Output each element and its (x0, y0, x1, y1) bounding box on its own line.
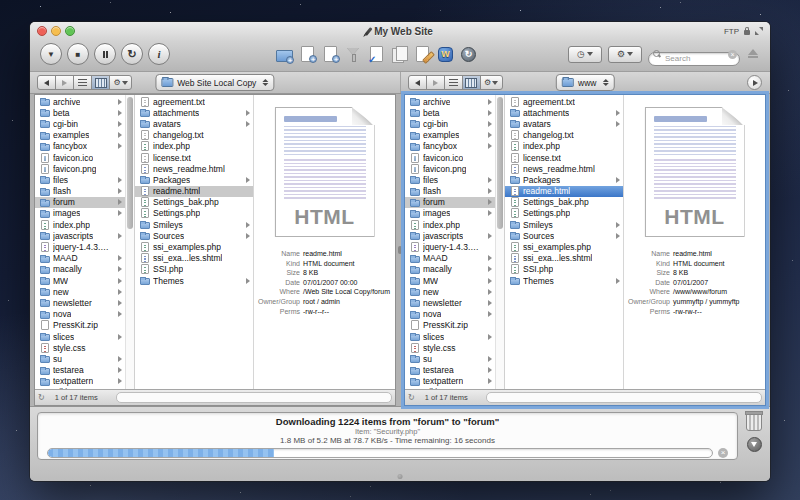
file-row[interactable]: textpattern (405, 376, 495, 387)
file-row[interactable]: avatars (135, 118, 253, 129)
file-row[interactable]: license.txt (135, 152, 253, 163)
file-row[interactable]: avatars (505, 118, 623, 129)
file-row[interactable]: SSI.php (505, 264, 623, 275)
pause-button[interactable] (94, 43, 116, 65)
file-row[interactable]: Settings.php (135, 208, 253, 219)
file-row[interactable]: wiki (35, 387, 125, 389)
forward-button[interactable] (426, 75, 445, 90)
fullscreen-resize-icon[interactable] (755, 27, 763, 35)
local-path-popup[interactable]: Web Site Local Copy (155, 74, 274, 91)
remote-path-popup[interactable]: www (556, 74, 614, 91)
file-row[interactable]: style.css (405, 342, 495, 353)
view-action-button[interactable]: ⚙ (109, 75, 132, 90)
file-row[interactable]: PressKit.zip (405, 320, 495, 331)
file-row[interactable]: news_readme.html (135, 163, 253, 174)
file-row[interactable]: files (405, 174, 495, 185)
resize-grip[interactable] (398, 474, 403, 479)
file-row[interactable]: MW (35, 275, 125, 286)
file-row[interactable]: Settings.php (505, 208, 623, 219)
file-row[interactable]: files (35, 174, 125, 185)
file-row[interactable]: PressKit.zip (35, 320, 125, 331)
file-row[interactable]: changelog.txt (505, 130, 623, 141)
file-row[interactable]: Settings_bak.php (505, 197, 623, 208)
file-row[interactable]: textpattern (35, 376, 125, 387)
filter-icon[interactable] (345, 46, 362, 63)
zoom-window-button[interactable] (65, 26, 75, 36)
file-row[interactable]: new (405, 286, 495, 297)
search-input[interactable] (648, 52, 740, 66)
file-row[interactable]: SSI.php (135, 264, 253, 275)
file-row[interactable]: ssi_examples.php (505, 241, 623, 252)
column-view-button[interactable] (462, 75, 481, 90)
file-row[interactable]: beta (405, 107, 495, 118)
close-window-button[interactable] (37, 26, 47, 36)
file-row[interactable]: testarea (35, 365, 125, 376)
cancel-transfer-icon[interactable]: × (718, 448, 728, 458)
file-row[interactable]: agreement.txt (505, 96, 623, 107)
file-row[interactable]: Sources (505, 230, 623, 241)
file-row[interactable]: macally (405, 264, 495, 275)
view-action-button[interactable]: ⚙ (480, 75, 503, 90)
duplicate-file-icon[interactable] (322, 46, 339, 63)
file-row[interactable]: slices (405, 331, 495, 342)
file-row[interactable]: agreement.txt (135, 96, 253, 107)
history-menu-button[interactable]: ◷ (568, 46, 602, 63)
file-row[interactable]: attachments (135, 107, 253, 118)
file-row[interactable]: favicon.png (35, 163, 125, 174)
file-row[interactable]: macally (35, 264, 125, 275)
sync-icon[interactable] (460, 46, 477, 63)
file-row[interactable]: favicon.ico (35, 152, 125, 163)
show-transfers-button[interactable] (747, 437, 762, 452)
file-row[interactable]: favicon.png (405, 163, 495, 174)
file-row[interactable]: javascripts (35, 230, 125, 241)
file-row[interactable]: javascripts (405, 230, 495, 241)
file-row[interactable]: attachments (505, 107, 623, 118)
file-row[interactable]: cgi-bin (35, 118, 125, 129)
file-row[interactable]: wiki (405, 387, 495, 389)
eject-icon[interactable] (746, 47, 760, 61)
file-row[interactable]: index.php (35, 219, 125, 230)
back-button[interactable] (37, 75, 56, 90)
file-row[interactable]: newsletter (405, 297, 495, 308)
file-row[interactable]: fancybox (35, 141, 125, 152)
file-row[interactable]: Themes (505, 275, 623, 286)
tasks-checklist-icon[interactable] (368, 46, 385, 63)
file-row[interactable]: flash (35, 186, 125, 197)
download-transfers-button[interactable]: ▼ (40, 43, 62, 65)
file-row[interactable]: index.php (405, 219, 495, 230)
file-row[interactable]: readme.html (505, 186, 623, 197)
actions-menu-button[interactable]: ⚙ (608, 46, 642, 63)
file-row[interactable]: changelog.txt (135, 130, 253, 141)
pane-divider[interactable] (396, 94, 404, 406)
file-row[interactable]: slices (35, 331, 125, 342)
file-row[interactable]: MAAD (405, 253, 495, 264)
list-view-button[interactable] (444, 75, 463, 90)
file-row[interactable]: images (35, 208, 125, 219)
info-button[interactable]: i (148, 43, 170, 65)
file-row[interactable]: archive (405, 96, 495, 107)
file-row[interactable]: MAAD (35, 253, 125, 264)
file-row[interactable]: ssi_examples.php (135, 241, 253, 252)
file-row[interactable]: license.txt (505, 152, 623, 163)
file-row[interactable]: Packages (505, 174, 623, 185)
file-row[interactable]: readme.html (135, 186, 253, 197)
edit-file-icon[interactable] (414, 46, 431, 63)
file-row[interactable]: jquery-1.4.3.min.js (35, 241, 125, 252)
refresh-icon[interactable]: ↻ (408, 391, 415, 404)
horizontal-scrollbar[interactable] (116, 392, 392, 403)
compare-files-icon[interactable] (391, 46, 408, 63)
file-row[interactable]: fancybox (405, 141, 495, 152)
file-row[interactable]: Settings_bak.php (135, 197, 253, 208)
file-row[interactable]: examples (405, 130, 495, 141)
horizontal-scrollbar[interactable] (486, 392, 762, 403)
file-row[interactable]: nova (405, 309, 495, 320)
file-row[interactable]: news_readme.html (505, 163, 623, 174)
clear-search-icon[interactable]: × (728, 50, 737, 59)
refresh-icon[interactable]: ↻ (38, 391, 45, 404)
file-row[interactable]: examples (35, 130, 125, 141)
back-button[interactable] (408, 75, 427, 90)
title-bar[interactable]: My Web Site FTP (30, 22, 770, 40)
file-row[interactable]: forum (35, 197, 125, 208)
new-folder-icon[interactable] (276, 46, 293, 63)
file-row[interactable]: Themes (135, 275, 253, 286)
